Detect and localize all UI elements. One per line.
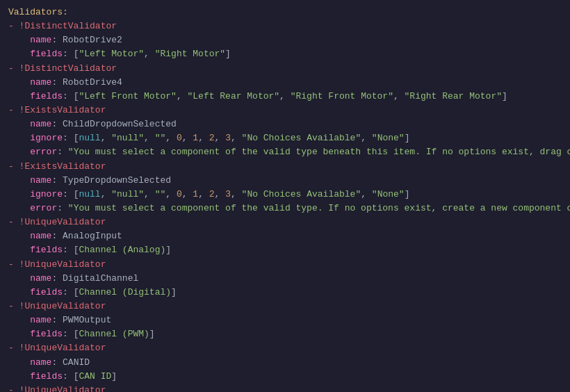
code-line: name: AnalogInput <box>8 229 562 243</box>
code-line: - !UniqueValidator <box>8 258 562 272</box>
code-line: ignore: [null, "null", "", 0, 1, 2, 3, "… <box>8 131 562 145</box>
code-line: - !UniqueValidator <box>8 300 562 313</box>
code-line: fields: [Channel (PWM)] <box>8 327 562 341</box>
code-line: - !UniqueValidator <box>8 384 562 392</box>
code-line: error: "You must select a component of t… <box>8 145 562 159</box>
code-container: Validators:- !DistinctValidator name: Ro… <box>0 0 570 392</box>
code-line: - !DistinctValidator <box>8 62 562 76</box>
code-line: fields: [Channel (Digital)] <box>8 286 562 300</box>
code-line: name: CANID <box>8 356 562 370</box>
code-line: name: ChildDropdownSelected <box>8 117 562 131</box>
code-line: name: TypeDropdownSelected <box>8 174 562 188</box>
code-line: - !UniqueValidator <box>8 215 562 229</box>
code-line: fields: [Channel (Analog)] <box>8 243 562 257</box>
code-line: ignore: [null, "null", "", 0, 1, 2, 3, "… <box>8 188 562 202</box>
code-line: name: RobotDrive2 <box>8 33 562 47</box>
code-line: name: PWMOutput <box>8 313 562 327</box>
code-line: fields: ["Left Motor", "Right Motor"] <box>8 47 562 61</box>
code-line: - !DistinctValidator <box>8 19 562 33</box>
code-line: name: RobotDrive4 <box>8 76 562 90</box>
code-line: error: "You must select a component of t… <box>8 202 562 215</box>
code-line: - !UniqueValidator <box>8 341 562 355</box>
code-line: - !ExistsValidator <box>8 104 562 117</box>
code-line: Validators: <box>8 6 562 19</box>
code-line: - !ExistsValidator <box>8 160 562 174</box>
code-line: fields: ["Left Front Motor", "Left Rear … <box>8 90 562 104</box>
code-line: fields: [CAN ID] <box>8 370 562 384</box>
code-line: name: DigitalChannel <box>8 272 562 286</box>
